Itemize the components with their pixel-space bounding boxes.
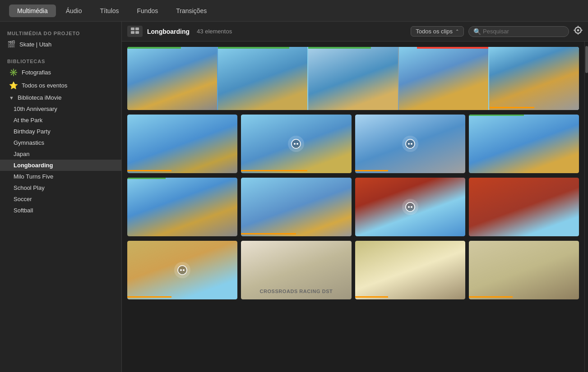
filter-dropdown[interactable]: Todos os clips ⌃	[411, 26, 464, 37]
svg-point-4	[292, 139, 301, 148]
sidebar-item-todos-eventos[interactable]: ⭐ Todos os eventos	[0, 79, 121, 92]
svg-rect-8	[408, 143, 410, 145]
scrollbar[interactable]	[584, 41, 588, 372]
media-row	[127, 47, 579, 110]
media-cell[interactable]	[241, 115, 351, 173]
search-input[interactable]	[483, 28, 564, 35]
sidebar-label-soccer: Soccer	[14, 196, 32, 202]
svg-rect-15	[183, 269, 185, 271]
svg-rect-0	[131, 28, 134, 30]
sidebar-item-school-play[interactable]: School Play	[0, 182, 121, 193]
scroll-icon	[402, 136, 418, 152]
media-row	[127, 178, 579, 236]
media-cell[interactable]	[355, 178, 465, 236]
sidebar-label-japan: Japan	[14, 151, 29, 157]
current-folder-title: Longboarding	[147, 28, 190, 35]
svg-rect-5	[294, 143, 296, 145]
project-label: Skate | Utah	[19, 41, 51, 48]
project-icon: 🎬	[7, 40, 16, 48]
sidebar-item-softball[interactable]: Softball	[0, 205, 121, 216]
sidebar-item-biblioteca-imovie[interactable]: ▼ Biblioteca iMovie	[0, 92, 121, 103]
tab-titulos[interactable]: Títulos	[92, 5, 127, 17]
project-item[interactable]: 🎬 Skate | Utah	[0, 38, 121, 51]
chevron-down-icon: ▼	[9, 95, 14, 101]
scrollbar-thumb[interactable]	[585, 46, 588, 73]
svg-point-10	[406, 202, 415, 211]
search-icon: 🔍	[473, 28, 481, 35]
sidebar-label-biblioteca-imovie: Biblioteca iMovie	[18, 94, 62, 101]
scroll-icon	[288, 136, 304, 152]
scroll-icon	[174, 262, 190, 278]
media-cell[interactable]	[127, 47, 579, 110]
media-cell[interactable]	[127, 115, 237, 173]
sidebar-label-fotografias: Fotografias	[22, 69, 51, 76]
media-cell[interactable]	[355, 115, 465, 173]
media-grid: CROSSROADS RACING DST	[122, 41, 584, 372]
media-cell[interactable]: CROSSROADS RACING DST	[241, 241, 351, 299]
filter-label: Todos os clips	[416, 28, 453, 35]
tab-fundos[interactable]: Fundos	[129, 5, 167, 17]
sidebar-label-softball: Softball	[14, 207, 33, 214]
sidebar-label-birthday-party: Birthday Party	[14, 128, 51, 135]
sidebar-item-milo-turns-five[interactable]: Milo Turns Five	[0, 171, 121, 182]
sidebar-item-longboarding[interactable]: Longboarding	[0, 160, 121, 171]
sidebar-label-school-play: School Play	[14, 184, 45, 191]
project-section-title: MULTIMÉDIA DO PROJETO	[0, 27, 121, 38]
svg-rect-9	[411, 143, 412, 145]
sidebar-label-10th-anniversary: 10th Anniversary	[14, 106, 57, 112]
main-layout: MULTIMÉDIA DO PROJETO 🎬 Skate | Utah BIB…	[0, 22, 588, 372]
svg-rect-11	[408, 206, 410, 208]
svg-rect-3	[135, 31, 139, 34]
todos-eventos-icon: ⭐	[9, 81, 18, 90]
media-cell[interactable]	[469, 241, 579, 299]
tab-audio[interactable]: Áudio	[58, 5, 90, 17]
sidebar-label-longboarding: Longboarding	[14, 162, 53, 169]
sidebar-item-soccer[interactable]: Soccer	[0, 193, 121, 205]
libraries-section-title: BIBLIOTECAS	[0, 55, 121, 66]
sidebar: MULTIMÉDIA DO PROJETO 🎬 Skate | Utah BIB…	[0, 22, 122, 372]
sidebar-item-at-the-park[interactable]: At the Park	[0, 115, 121, 126]
search-box[interactable]: 🔍	[468, 26, 569, 37]
filter-chevron-icon: ⌃	[455, 29, 459, 34]
sidebar-item-birthday-party[interactable]: Birthday Party	[0, 126, 121, 137]
tab-multimidia[interactable]: Multimédia	[9, 5, 56, 17]
sidebar-label-at-the-park: At the Park	[14, 117, 42, 124]
content-area: Longboarding 43 elementos Todos os clips…	[122, 22, 588, 372]
svg-rect-1	[135, 28, 139, 30]
sidebar-item-gymnastics[interactable]: Gymnastics	[0, 137, 121, 148]
sidebar-label-todos-eventos: Todos os eventos	[22, 82, 67, 89]
layout-toggle-button[interactable]	[127, 26, 143, 37]
fotografias-icon: ✳️	[9, 68, 18, 77]
media-cell[interactable]	[355, 241, 465, 299]
item-count-label: 43 elementos	[197, 28, 232, 35]
media-row: CROSSROADS RACING DST	[127, 241, 579, 299]
settings-button[interactable]	[574, 26, 583, 37]
svg-rect-14	[180, 269, 182, 271]
media-row	[127, 115, 579, 173]
top-nav: Multimédia Áudio Títulos Fundos Transiçõ…	[0, 0, 588, 22]
sidebar-item-10th-anniversary[interactable]: 10th Anniversary	[0, 103, 121, 115]
media-cell[interactable]	[469, 178, 579, 236]
svg-rect-6	[296, 143, 298, 145]
content-toolbar: Longboarding 43 elementos Todos os clips…	[122, 22, 588, 41]
svg-rect-12	[411, 206, 412, 208]
tab-transicoes[interactable]: Transições	[168, 5, 215, 17]
media-cell[interactable]	[241, 178, 351, 236]
sidebar-label-gymnastics: Gymnastics	[14, 139, 44, 146]
sidebar-label-milo-turns-five: Milo Turns Five	[14, 173, 53, 180]
scroll-icon	[402, 199, 418, 215]
media-cell[interactable]	[127, 241, 237, 299]
svg-point-7	[406, 139, 415, 148]
media-cell[interactable]	[127, 178, 237, 236]
svg-point-13	[178, 266, 187, 275]
sidebar-item-japan[interactable]: Japan	[0, 148, 121, 160]
svg-rect-2	[131, 31, 134, 34]
sidebar-item-fotografias[interactable]: ✳️ Fotografias	[0, 66, 121, 79]
media-cell[interactable]	[469, 115, 579, 173]
